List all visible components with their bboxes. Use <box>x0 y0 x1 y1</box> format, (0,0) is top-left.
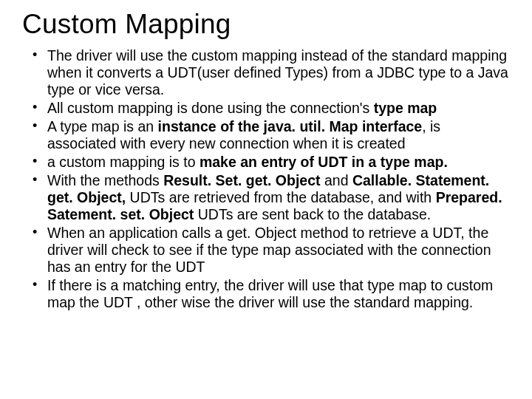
list-item: The driver will use the custom mapping i… <box>47 47 510 98</box>
list-item: With the methods Result. Set. get. Objec… <box>47 172 510 223</box>
slide: Custom Mapping The driver will use the c… <box>0 0 532 399</box>
list-item: All custom mapping is done using the con… <box>47 100 510 117</box>
bullet-list: The driver will use the custom mapping i… <box>22 47 510 311</box>
list-item: When an application calls a get. Object … <box>47 225 510 276</box>
list-item: a custom mapping is to make an entry of … <box>47 154 510 171</box>
slide-title: Custom Mapping <box>22 9 510 40</box>
list-item: A type map is an instance of the java. u… <box>47 118 510 152</box>
list-item: If there is a matching entry, the driver… <box>47 277 510 311</box>
